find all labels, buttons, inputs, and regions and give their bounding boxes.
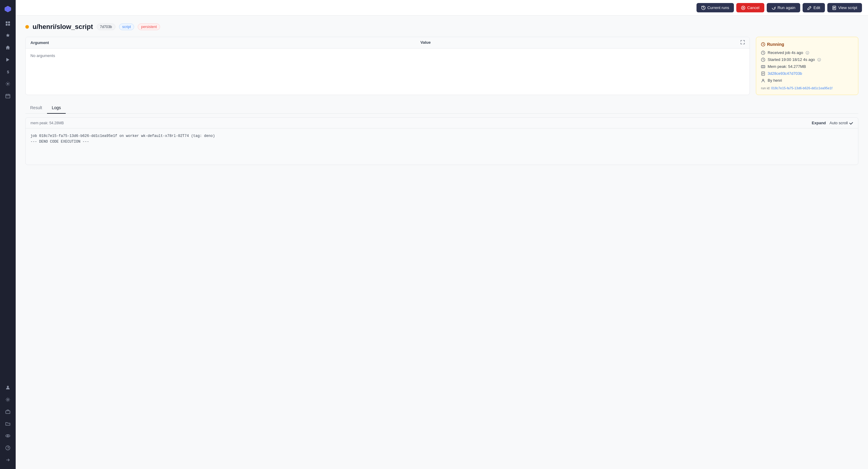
run-again-label: Run again [778, 5, 795, 10]
topbar: Current runs Cancel Run again Edit View … [16, 0, 868, 16]
sidebar-item-dollar[interactable]: $ [2, 66, 13, 77]
info-start-icon [817, 58, 821, 61]
main-content: Current runs Cancel Run again Edit View … [16, 0, 868, 469]
tabs: Result Logs [25, 102, 858, 114]
log-line-3: --- DENO CODE EXECUTION --- [30, 139, 853, 145]
checkmark-icon [849, 121, 853, 125]
arguments-table-container: Argument Value No arguments [25, 37, 750, 95]
page-title: u/henri/slow_script [33, 23, 93, 31]
tab-result[interactable]: Result [25, 102, 47, 114]
sidebar-item-arrow-right[interactable] [2, 455, 13, 465]
no-arguments-cell: No arguments [26, 49, 749, 63]
page-content: u/henri/slow_script 7d703b script persis… [16, 16, 868, 469]
status-received-job: Received job 4s ago [761, 50, 853, 55]
svg-rect-2 [6, 24, 7, 26]
col-value: Value [415, 37, 749, 49]
current-runs-button[interactable]: Current runs [696, 3, 734, 12]
run-again-button[interactable]: Run again [767, 3, 800, 12]
sidebar-item-cog[interactable] [2, 79, 13, 89]
view-script-icon [832, 6, 836, 10]
log-container: mem peak: 54.28MB Expand Auto scroll job… [25, 117, 858, 165]
cancel-icon [741, 6, 745, 10]
svg-text:?: ? [7, 446, 9, 450]
view-script-label: View script [838, 5, 857, 10]
memory-icon [761, 64, 765, 69]
clock-start-icon [761, 58, 765, 62]
edit-icon [807, 6, 812, 10]
svg-rect-6 [6, 94, 10, 98]
svg-rect-12 [6, 411, 10, 413]
current-runs-icon [701, 6, 706, 10]
clock-small-icon [761, 51, 765, 55]
edit-button[interactable]: Edit [803, 3, 825, 12]
tab-logs[interactable]: Logs [47, 102, 66, 114]
svg-point-13 [6, 435, 10, 437]
sidebar-item-folder[interactable] [2, 418, 13, 429]
log-autoscroll: Auto scroll [830, 121, 853, 125]
run-id-link[interactable]: 018c7e15-fa75-13d6-b626-dd1c1ea95e1f [771, 86, 832, 90]
logs-section: Result Logs mem peak: 54.28MB Expand Aut… [25, 102, 858, 165]
svg-point-10 [7, 386, 9, 387]
table-row-empty: No arguments [26, 49, 749, 63]
sidebar-item-star[interactable] [2, 30, 13, 41]
cancel-button[interactable]: Cancel [736, 3, 764, 12]
status-started: Started 19:00 18/12 4s ago [761, 57, 853, 62]
svg-point-11 [7, 399, 9, 401]
status-mem-peak: Mem peak: 54.277MB [761, 64, 853, 69]
svg-rect-0 [6, 22, 7, 23]
persistent-badge: persistent [138, 24, 160, 30]
log-mem-peak: mem peak: 54.28MB [30, 121, 64, 125]
file-icon [761, 71, 765, 76]
svg-point-33 [763, 79, 764, 81]
sidebar-item-home[interactable] [2, 42, 13, 53]
sidebar: $ ? [0, 0, 16, 469]
sidebar-item-calendar[interactable] [2, 90, 13, 101]
page-header: u/henri/slow_script 7d703b script persis… [25, 23, 858, 31]
svg-rect-3 [8, 24, 10, 26]
view-script-button[interactable]: View script [827, 3, 862, 12]
svg-rect-1 [8, 22, 10, 23]
run-id-row: run id: 018c7e15-fa75-13d6-b626-dd1c1ea9… [761, 86, 853, 90]
status-script-hash: 3d28ce93c47d703b [761, 71, 853, 76]
info-icon [806, 51, 809, 55]
sidebar-item-help[interactable]: ? [2, 442, 13, 453]
svg-point-5 [7, 83, 9, 85]
current-runs-label: Current runs [707, 5, 729, 10]
arguments-table: Argument Value No arguments [26, 37, 749, 63]
hash-badge: 7d703b [97, 24, 116, 30]
col-argument: Argument [26, 37, 415, 49]
status-by-user: By henri [761, 78, 853, 83]
sidebar-item-grid[interactable] [2, 18, 13, 29]
sidebar-item-briefcase[interactable] [2, 406, 13, 417]
log-expand-button[interactable]: Expand [812, 121, 826, 125]
sidebar-item-person[interactable] [2, 382, 13, 393]
status-card: Running Received job 4s ago Started 19:0… [756, 37, 858, 95]
svg-text:$: $ [7, 70, 9, 74]
script-hash-link[interactable]: 3d28ce93c47d703b [768, 71, 802, 76]
clock-icon [761, 42, 765, 47]
sidebar-item-play[interactable] [2, 54, 13, 65]
script-badge: script [119, 24, 134, 30]
status-dot [25, 25, 29, 29]
log-header: mem peak: 54.28MB Expand Auto scroll [26, 118, 858, 128]
edit-label: Edit [813, 5, 820, 10]
sidebar-item-eye[interactable] [2, 430, 13, 441]
status-running: Running [761, 42, 853, 47]
sidebar-item-settings[interactable] [2, 394, 13, 405]
log-line-1: job 018c7e15-fa75-13d6-b626-dd1c1ea95e1f… [30, 133, 853, 139]
expand-icon[interactable] [741, 40, 745, 45]
log-body: job 018c7e15-fa75-13d6-b626-dd1c1ea95e1f… [26, 128, 858, 165]
run-again-icon [772, 6, 776, 10]
content-columns: Argument Value No arguments [25, 37, 858, 95]
person-icon [761, 79, 765, 83]
svg-point-14 [7, 435, 8, 436]
cancel-label: Cancel [747, 5, 759, 10]
sidebar-logo[interactable] [2, 4, 13, 14]
